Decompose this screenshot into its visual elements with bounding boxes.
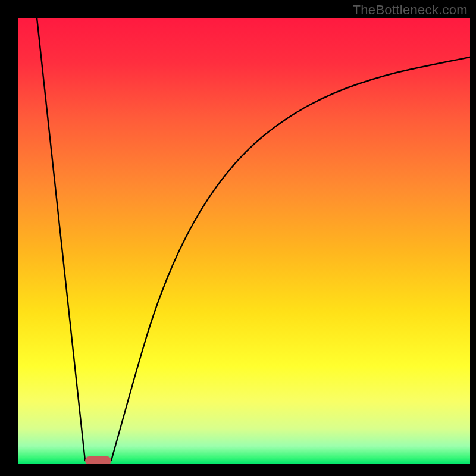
chart-frame: TheBottleneck.com	[0, 0, 476, 476]
optimal-marker	[85, 456, 111, 464]
bottleneck-curve	[18, 18, 470, 464]
watermark-text: TheBottleneck.com	[353, 2, 468, 18]
plot-area	[18, 18, 470, 464]
